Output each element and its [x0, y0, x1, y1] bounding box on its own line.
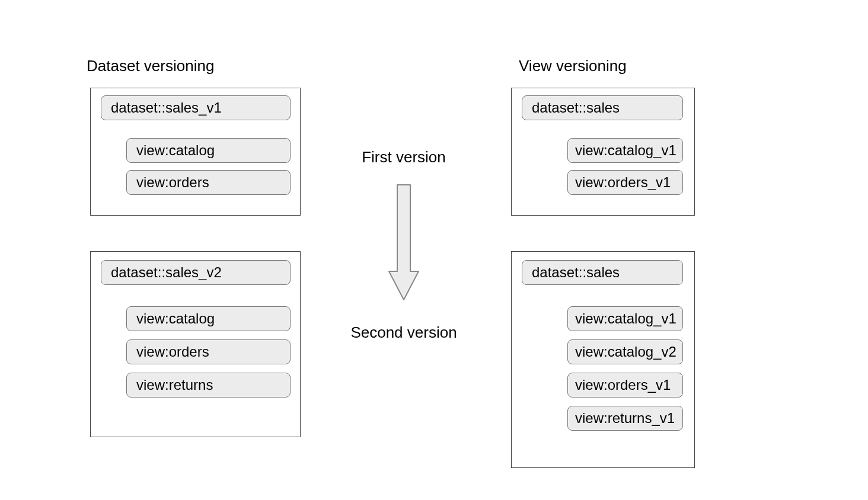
label-second-version: Second version	[333, 325, 475, 340]
diagram-canvas: Dataset versioning View versioning First…	[0, 0, 868, 500]
arrow-down-icon	[388, 184, 420, 301]
box-view: view:catalog	[126, 306, 291, 331]
box-view: view:orders	[126, 170, 291, 195]
box-view: view:catalog_v1	[567, 306, 683, 331]
panel-view-version-1: dataset::sales view:catalog_v1 view:orde…	[511, 88, 695, 216]
heading-view-versioning: View versioning	[519, 58, 627, 73]
label-first-version: First version	[333, 149, 475, 165]
box-dataset-sales-v1: dataset::sales_v1	[101, 95, 291, 120]
box-dataset-sales-v2: dataset::sales_v2	[101, 260, 291, 285]
box-view: view:returns_v1	[567, 406, 683, 431]
box-view: view:catalog	[126, 138, 291, 163]
panel-view-version-2: dataset::sales view:catalog_v1 view:cata…	[511, 251, 695, 468]
box-view: view:returns	[126, 373, 291, 398]
box-view: view:orders_v1	[567, 170, 683, 195]
box-view: view:catalog_v1	[567, 138, 683, 163]
box-dataset-sales: dataset::sales	[522, 95, 683, 120]
box-view: view:catalog_v2	[567, 339, 683, 364]
box-view: view:orders	[126, 339, 291, 364]
panel-dataset-v1: dataset::sales_v1 view:catalog view:orde…	[90, 88, 301, 216]
panel-dataset-v2: dataset::sales_v2 view:catalog view:orde…	[90, 251, 301, 437]
box-dataset-sales: dataset::sales	[522, 260, 683, 285]
box-view: view:orders_v1	[567, 373, 683, 398]
heading-dataset-versioning: Dataset versioning	[87, 58, 214, 73]
